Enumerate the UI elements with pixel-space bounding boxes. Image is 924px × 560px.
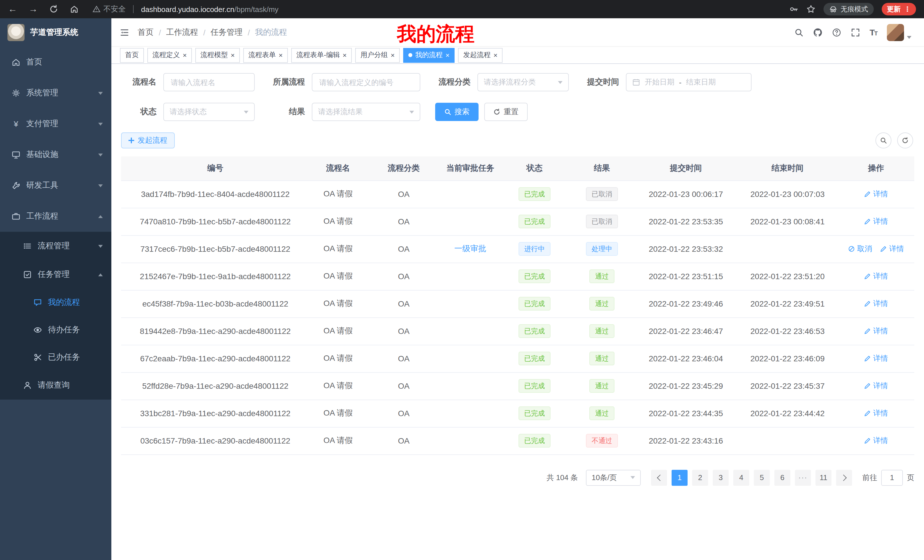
next-page-button[interactable] — [836, 470, 852, 485]
search-icon[interactable] — [794, 28, 803, 37]
breadcrumb-item[interactable]: 工作流程 — [166, 27, 198, 37]
tab-home[interactable]: 首页 — [120, 48, 144, 63]
sidebar-item-todo-tasks[interactable]: 待办任务 — [0, 316, 111, 344]
browser-update-button[interactable]: 更新 ⋮ — [882, 3, 916, 15]
process-category-select[interactable]: 请选择流程分类 — [477, 73, 569, 91]
close-icon[interactable]: × — [279, 52, 283, 58]
password-key-icon[interactable] — [789, 4, 798, 14]
user-menu[interactable] — [887, 24, 911, 41]
security-warning[interactable]: 不安全 — [93, 4, 126, 14]
current-task-link[interactable]: 一级审批 — [454, 244, 486, 254]
search-button[interactable]: 搜索 — [435, 103, 478, 121]
sidebar-item-workflow[interactable]: 工作流程 — [0, 201, 111, 232]
sidebar-item-done-tasks[interactable]: 已办任务 — [0, 344, 111, 371]
close-icon[interactable]: × — [446, 52, 449, 58]
tab-start-process[interactable]: 发起流程× — [458, 48, 502, 63]
page-button-2[interactable]: 2 — [692, 470, 708, 485]
end-date-placeholder: 结束日期 — [686, 77, 716, 87]
close-icon[interactable]: × — [231, 52, 235, 58]
tab-process-model[interactable]: 流程模型× — [195, 48, 240, 63]
toggle-search-button[interactable] — [876, 132, 891, 148]
sidebar-toggle-button[interactable] — [111, 28, 138, 37]
browser-back-icon[interactable]: ← — [8, 4, 17, 14]
kebab-menu-icon[interactable]: ⋮ — [904, 5, 911, 13]
edit-icon — [864, 273, 871, 280]
more-pages-button[interactable]: ··· — [795, 470, 811, 485]
sidebar-item-label: 流程管理 — [38, 241, 70, 251]
page-button-5[interactable]: 5 — [754, 470, 770, 485]
page-button-3[interactable]: 3 — [713, 470, 729, 485]
breadcrumb-item[interactable]: 任务管理 — [211, 27, 243, 37]
reset-button[interactable]: 重置 — [484, 103, 528, 121]
page-button-1[interactable]: 1 — [672, 470, 688, 485]
start-process-button[interactable]: 发起流程 — [121, 132, 175, 148]
column-header-category: 流程分类 — [367, 156, 441, 180]
goto-page-input[interactable] — [881, 470, 903, 485]
sidebar-item-home[interactable]: 首页 — [0, 47, 111, 78]
sidebar-item-payment[interactable]: ¥ 支付管理 — [0, 108, 111, 139]
fullscreen-icon[interactable] — [850, 28, 860, 37]
page-button-6[interactable]: 6 — [774, 470, 790, 485]
detail-link[interactable]: 详情 — [864, 353, 888, 364]
cell-name: OA 请假 — [309, 235, 367, 263]
tab-process-definition[interactable]: 流程定义× — [147, 48, 192, 63]
process-name-input[interactable] — [164, 73, 255, 91]
prev-page-button[interactable] — [651, 470, 667, 485]
chevron-down-icon — [244, 111, 248, 113]
select-placeholder: 请选择流程分类 — [484, 77, 536, 87]
breadcrumb-item[interactable]: 首页 — [138, 27, 154, 37]
process-category-label: 流程分类 — [435, 77, 471, 87]
close-icon[interactable]: × — [343, 52, 346, 58]
result-select[interactable]: 请选择流结果 — [312, 103, 420, 121]
chevron-down-icon — [98, 184, 103, 187]
browser-forward-icon[interactable]: → — [28, 4, 38, 14]
app-logo-row[interactable]: 芋道管理系统 — [0, 18, 111, 47]
sidebar-item-process-management[interactable]: 流程管理 — [0, 232, 111, 260]
sidebar-item-my-process[interactable]: 我的流程 — [0, 289, 111, 316]
font-size-icon[interactable]: TT — [870, 27, 877, 37]
detail-link[interactable]: 详情 — [864, 408, 888, 418]
detail-link[interactable]: 详情 — [864, 326, 888, 336]
detail-link[interactable]: 详情 — [864, 436, 888, 446]
detail-link[interactable]: 详情 — [864, 271, 888, 281]
cell-name: OA 请假 — [309, 208, 367, 235]
cell-name: OA 请假 — [309, 317, 367, 345]
close-icon[interactable]: × — [391, 52, 394, 58]
bookmark-star-icon[interactable] — [806, 4, 816, 14]
detail-link[interactable]: 详情 — [864, 298, 888, 309]
status-select[interactable]: 请选择状态 — [164, 103, 255, 121]
cell-name: OA 请假 — [309, 372, 367, 400]
tab-my-process[interactable]: 我的流程× — [403, 48, 454, 63]
detail-link[interactable]: 详情 — [864, 216, 888, 227]
sidebar-item-leave-query[interactable]: 请假查询 — [0, 371, 111, 400]
sidebar-item-task-management[interactable]: 任务管理 — [0, 260, 111, 289]
page-button-11[interactable]: 11 — [816, 470, 831, 485]
detail-label: 详情 — [873, 353, 888, 364]
refresh-table-button[interactable] — [897, 132, 913, 148]
sidebar-item-devtools[interactable]: 研发工具 — [0, 170, 111, 201]
cell-submit-time: 2022-01-22 23:51:15 — [634, 263, 737, 290]
github-icon[interactable] — [813, 28, 822, 37]
sidebar-item-infrastructure[interactable]: 基础设施 — [0, 139, 111, 170]
url-text[interactable]: dashboard.yudao.iocoder.cn/bpm/task/my — [141, 5, 278, 13]
tab-user-group[interactable]: 用户分组× — [355, 48, 400, 63]
help-icon[interactable] — [832, 28, 841, 37]
address-bar[interactable]: 不安全 dashboard.yudao.iocoder.cn/bpm/task/… — [93, 4, 789, 14]
close-icon[interactable]: × — [183, 52, 187, 58]
browser-home-icon[interactable] — [70, 4, 79, 14]
detail-link[interactable]: 详情 — [864, 189, 888, 199]
process-definition-input[interactable] — [312, 73, 420, 91]
search-icon — [444, 108, 451, 115]
tab-process-form-edit[interactable]: 流程表单-编辑× — [291, 48, 352, 63]
detail-link[interactable]: 详情 — [880, 244, 904, 254]
tab-process-form[interactable]: 流程表单× — [243, 48, 288, 63]
close-icon[interactable]: × — [494, 52, 497, 58]
browser-reload-icon[interactable] — [49, 4, 58, 14]
page-size-select[interactable]: 10条/页 — [586, 470, 641, 485]
cancel-link[interactable]: 取消 — [848, 244, 872, 254]
sidebar-item-system[interactable]: 系统管理 — [0, 78, 111, 108]
page-button-4[interactable]: 4 — [733, 470, 749, 485]
submit-time-range[interactable]: 开始日期 - 结束日期 — [626, 73, 752, 91]
detail-link[interactable]: 详情 — [864, 381, 888, 391]
wrench-icon — [11, 181, 21, 190]
